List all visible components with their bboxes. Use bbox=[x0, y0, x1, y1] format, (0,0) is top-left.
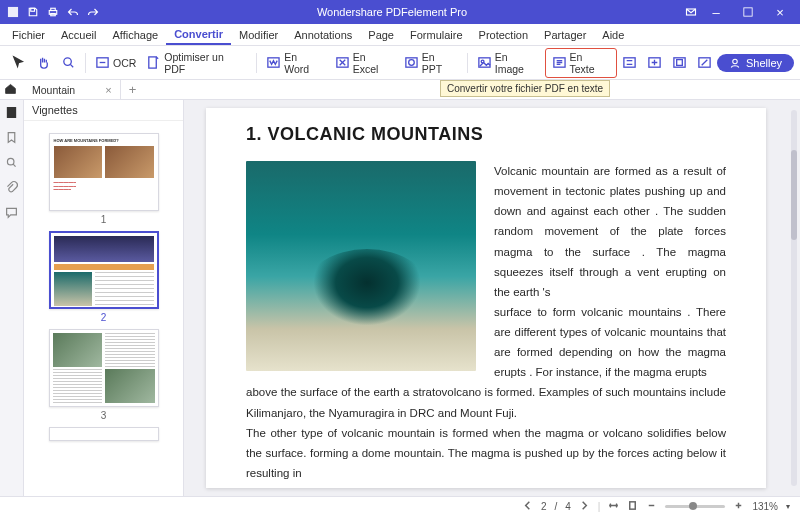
document-tab[interactable]: Mountain × bbox=[24, 80, 121, 99]
next-page-button[interactable] bbox=[579, 500, 590, 513]
menu-bar: Fichier Accueil Affichage Convertir Modi… bbox=[0, 24, 800, 46]
to-text-tooltip: Convertir votre fichier PDF en texte bbox=[440, 80, 610, 97]
redo-icon[interactable] bbox=[86, 5, 100, 19]
svg-rect-24 bbox=[630, 502, 636, 509]
left-icon-strip bbox=[0, 100, 24, 496]
tab-close-button[interactable]: × bbox=[105, 84, 111, 96]
new-tab-button[interactable]: + bbox=[121, 82, 145, 97]
svg-rect-17 bbox=[624, 58, 635, 67]
thumbnails-icon[interactable] bbox=[5, 106, 18, 121]
menu-page[interactable]: Page bbox=[360, 24, 402, 45]
svg-rect-3 bbox=[51, 8, 56, 10]
convert-extra-3[interactable] bbox=[667, 53, 692, 72]
ocr-button[interactable]: OCR bbox=[90, 53, 141, 72]
search-strip-icon[interactable] bbox=[5, 156, 18, 171]
to-text-button[interactable]: En Texte bbox=[545, 48, 617, 78]
svg-point-23 bbox=[7, 158, 14, 165]
document-page: 1. VOLCANIC MOUNTAINS Volcanic mountain … bbox=[206, 108, 766, 488]
svg-rect-9 bbox=[149, 57, 156, 68]
menu-aide[interactable]: Aide bbox=[594, 24, 632, 45]
close-button[interactable]: × bbox=[766, 3, 794, 21]
home-icon[interactable] bbox=[4, 82, 17, 97]
thumbnail-label: 3 bbox=[49, 410, 159, 421]
svg-rect-0 bbox=[9, 8, 18, 17]
document-viewport[interactable]: 1. VOLCANIC MOUNTAINS Volcanic mountain … bbox=[184, 100, 800, 496]
user-account-button[interactable]: Shelley bbox=[717, 54, 794, 72]
menu-convertir[interactable]: Convertir bbox=[166, 24, 231, 45]
thumbnails-header: Vignettes bbox=[24, 100, 183, 121]
page-separator: / bbox=[554, 501, 557, 512]
minimize-button[interactable]: – bbox=[702, 3, 730, 21]
thumbnails-panel: Vignettes HOW ARE MOUNTAINS FORMED?▬▬▬▬▬… bbox=[24, 100, 184, 496]
undo-icon[interactable] bbox=[66, 5, 80, 19]
menu-partager[interactable]: Partager bbox=[536, 24, 594, 45]
optimize-pdf-button[interactable]: Optimiser un PDF bbox=[141, 49, 252, 77]
zoom-dropdown-icon[interactable]: ▾ bbox=[786, 502, 790, 511]
thumbnail-label: 1 bbox=[49, 214, 159, 225]
to-word-button[interactable]: En Word bbox=[261, 49, 329, 77]
title-bar: Wondershare PDFelement Pro – × bbox=[0, 0, 800, 24]
zoom-slider[interactable] bbox=[665, 505, 725, 508]
menu-accueil[interactable]: Accueil bbox=[53, 24, 104, 45]
save-icon[interactable] bbox=[26, 5, 40, 19]
prev-page-button[interactable] bbox=[522, 500, 533, 513]
thumbnails-list[interactable]: HOW ARE MOUNTAINS FORMED?▬▬▬▬▬▬▬▬▬▬▬▬▬▬▬… bbox=[24, 121, 183, 496]
document-tab-label: Mountain bbox=[32, 84, 75, 96]
menu-modifier[interactable]: Modifier bbox=[231, 24, 286, 45]
to-image-button[interactable]: En Image bbox=[472, 49, 545, 77]
mail-icon[interactable] bbox=[684, 5, 698, 19]
menu-annotations[interactable]: Annotations bbox=[286, 24, 360, 45]
page-heading: 1. VOLCANIC MOUNTAINS bbox=[246, 124, 726, 145]
fit-page-icon[interactable] bbox=[627, 500, 638, 513]
select-tool[interactable] bbox=[6, 53, 31, 72]
thumbnail-page-3[interactable]: 3 bbox=[49, 329, 159, 421]
svg-rect-1 bbox=[31, 8, 35, 11]
zoom-in-button[interactable] bbox=[733, 500, 744, 513]
bookmark-icon[interactable] bbox=[5, 131, 18, 146]
article-paragraph: above the surface of the earth a stratov… bbox=[246, 382, 726, 422]
to-ppt-button[interactable]: En PPT bbox=[399, 49, 463, 77]
article-paragraph: The other type of volcanic mountain is f… bbox=[246, 423, 726, 483]
svg-point-21 bbox=[733, 59, 738, 64]
svg-rect-22 bbox=[7, 108, 15, 118]
page-current: 2 bbox=[541, 501, 547, 512]
convert-extra-4[interactable] bbox=[692, 53, 717, 72]
menu-formulaire[interactable]: Formulaire bbox=[402, 24, 471, 45]
attachment-icon[interactable] bbox=[5, 181, 18, 196]
convert-extra-1[interactable] bbox=[617, 53, 642, 72]
thumbnail-page-4[interactable] bbox=[49, 427, 159, 441]
page-total: 4 bbox=[565, 501, 571, 512]
app-title: Wondershare PDFelement Pro bbox=[100, 6, 684, 18]
menu-affichage[interactable]: Affichage bbox=[104, 24, 166, 45]
user-name: Shelley bbox=[746, 57, 782, 69]
maximize-button[interactable] bbox=[734, 3, 762, 21]
zoom-out-button[interactable] bbox=[646, 500, 657, 513]
svg-rect-6 bbox=[744, 8, 752, 16]
thumbnail-page-1[interactable]: HOW ARE MOUNTAINS FORMED?▬▬▬▬▬▬▬▬▬▬▬▬▬▬▬… bbox=[49, 133, 159, 225]
zoom-dropdown[interactable] bbox=[56, 53, 81, 72]
vertical-scrollbar[interactable] bbox=[788, 100, 800, 496]
toolbar: OCR Optimiser un PDF En Word En Excel En… bbox=[0, 46, 800, 80]
article-image bbox=[246, 161, 476, 371]
thumbnail-label: 2 bbox=[49, 312, 159, 323]
hand-tool[interactable] bbox=[31, 53, 56, 72]
zoom-level: 131% bbox=[752, 501, 778, 512]
status-bar: 2 / 4 | 131% ▾ bbox=[0, 496, 800, 516]
fit-width-icon[interactable] bbox=[608, 500, 619, 513]
comment-icon[interactable] bbox=[5, 206, 18, 221]
app-logo-icon bbox=[6, 5, 20, 19]
svg-point-7 bbox=[64, 58, 72, 66]
to-excel-button[interactable]: En Excel bbox=[330, 49, 399, 77]
document-tabbar: Mountain × + bbox=[0, 80, 800, 100]
print-icon[interactable] bbox=[46, 5, 60, 19]
thumbnail-page-2[interactable]: 2 bbox=[49, 231, 159, 323]
menu-protection[interactable]: Protection bbox=[471, 24, 537, 45]
convert-extra-2[interactable] bbox=[642, 53, 667, 72]
menu-fichier[interactable]: Fichier bbox=[4, 24, 53, 45]
svg-point-13 bbox=[409, 60, 415, 66]
